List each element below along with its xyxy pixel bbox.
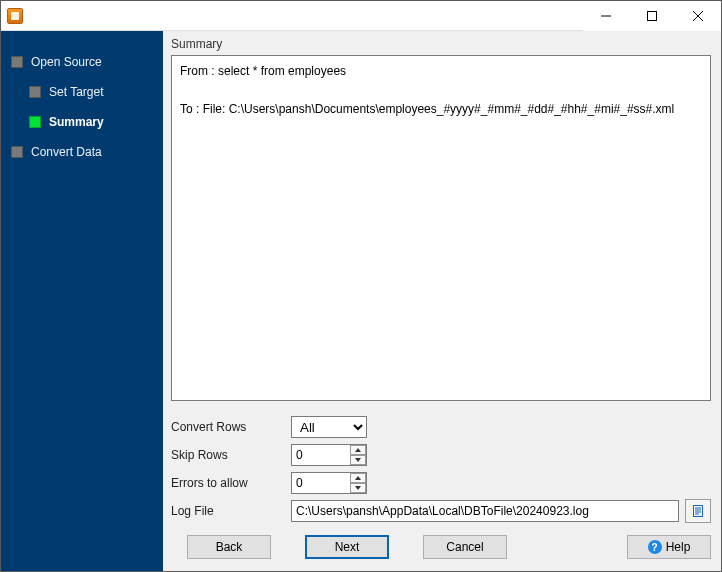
label-errors: Errors to allow xyxy=(171,476,291,490)
step-box-icon xyxy=(29,86,41,98)
summary-text-box[interactable]: From : select * from employees To : File… xyxy=(171,55,711,401)
sidebar-item-convert-data[interactable]: Convert Data xyxy=(11,139,155,165)
spinner-errors xyxy=(350,473,366,493)
svg-rect-1 xyxy=(648,11,657,20)
spin-up-button[interactable] xyxy=(350,445,366,455)
app-icon xyxy=(7,8,23,24)
svg-marker-6 xyxy=(355,476,361,480)
main-panel: Summary From : select * from employees T… xyxy=(163,31,721,571)
help-button[interactable]: ? Help xyxy=(627,535,711,559)
label-convert-rows: Convert Rows xyxy=(171,420,291,434)
cancel-button-label: Cancel xyxy=(446,540,483,554)
triangle-down-icon xyxy=(355,486,361,490)
triangle-up-icon xyxy=(355,448,361,452)
minimize-button[interactable] xyxy=(583,1,629,31)
input-log-file[interactable] xyxy=(291,500,679,522)
spin-down-button[interactable] xyxy=(350,483,366,493)
spin-up-button[interactable] xyxy=(350,473,366,483)
triangle-down-icon xyxy=(355,458,361,462)
svg-marker-5 xyxy=(355,458,361,462)
row-convert-rows: Convert Rows All xyxy=(171,413,711,441)
document-icon xyxy=(691,504,705,518)
cancel-button[interactable]: Cancel xyxy=(423,535,507,559)
help-button-label: Help xyxy=(666,540,691,554)
svg-marker-4 xyxy=(355,448,361,452)
sidebar-item-summary[interactable]: Summary xyxy=(29,109,155,135)
step-box-icon xyxy=(11,56,23,68)
close-button[interactable] xyxy=(675,1,721,31)
back-button-label: Back xyxy=(216,540,243,554)
footer-buttons: Back Next Cancel ? Help xyxy=(163,531,721,571)
sidebar-item-set-target[interactable]: Set Target xyxy=(29,79,155,105)
label-skip-rows: Skip Rows xyxy=(171,448,291,462)
minimize-icon xyxy=(601,11,611,21)
sidebar-item-open-source[interactable]: Open Source xyxy=(11,49,155,75)
help-icon: ? xyxy=(648,540,662,554)
wizard-window: Open Source Set Target Summary Convert D… xyxy=(0,0,722,572)
close-icon xyxy=(693,11,703,21)
sidebar-item-label: Summary xyxy=(49,115,104,129)
svg-rect-8 xyxy=(694,506,703,517)
next-button[interactable]: Next xyxy=(305,535,389,559)
browse-log-file-button[interactable] xyxy=(685,499,711,523)
next-button-label: Next xyxy=(335,540,360,554)
svg-marker-7 xyxy=(355,486,361,490)
row-log-file: Log File xyxy=(171,497,711,525)
maximize-icon xyxy=(647,11,657,21)
sidebar-item-label: Set Target xyxy=(49,85,103,99)
step-box-icon xyxy=(29,116,41,128)
summary-from-line: From : select * from employees xyxy=(180,62,702,80)
spinner-skip-rows xyxy=(350,445,366,465)
options-form: Convert Rows All Skip Rows xyxy=(163,409,721,531)
sidebar-item-label: Convert Data xyxy=(31,145,102,159)
triangle-up-icon xyxy=(355,476,361,480)
wizard-sidebar: Open Source Set Target Summary Convert D… xyxy=(1,31,163,571)
summary-to-line: To : File: C:\Users\pansh\Documents\empl… xyxy=(180,100,702,118)
row-errors: Errors to allow xyxy=(171,469,711,497)
spin-down-button[interactable] xyxy=(350,455,366,465)
maximize-button[interactable] xyxy=(629,1,675,31)
back-button[interactable]: Back xyxy=(187,535,271,559)
step-box-icon xyxy=(11,146,23,158)
row-skip-rows: Skip Rows xyxy=(171,441,711,469)
label-log-file: Log File xyxy=(171,504,291,518)
sidebar-item-label: Open Source xyxy=(31,55,102,69)
select-convert-rows[interactable]: All xyxy=(291,416,367,438)
summary-heading: Summary xyxy=(163,31,721,53)
titlebar xyxy=(1,1,721,31)
